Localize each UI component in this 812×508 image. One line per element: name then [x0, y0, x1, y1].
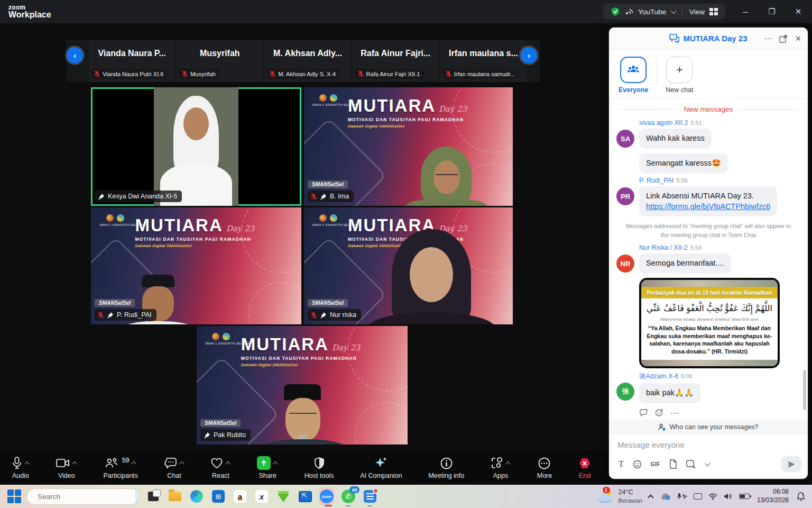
ai-companion-button[interactable]: AI Companion [360, 456, 402, 479]
participant-name-tag: B. Ima [308, 190, 354, 202]
search-input[interactable] [38, 493, 131, 501]
close-button[interactable]: ✕ [792, 7, 805, 16]
emoji-icon[interactable] [633, 460, 642, 469]
audio-button[interactable]: Audio [12, 456, 30, 479]
everyone-label: Everyone [619, 86, 648, 94]
chat-message-group: SA sivaa agstn XII.25:51 Wahh kak karess… [609, 115, 808, 173]
taskbar-search[interactable] [26, 488, 140, 505]
tab-everyone[interactable]: Everyone [619, 57, 648, 94]
who-can-see-row[interactable]: Who can see your messages? [609, 420, 808, 434]
tab-new-chat[interactable]: + New chat [666, 57, 693, 94]
notes-app-button[interactable] [363, 489, 377, 504]
weather-cloud-icon: 1 [598, 489, 614, 503]
message-more-icon[interactable]: ⋯ [670, 408, 679, 418]
touchpad-tray-icon[interactable] [694, 493, 702, 500]
apps-button[interactable]: Apps [491, 456, 511, 479]
amazon-app-button[interactable]: a [233, 489, 247, 504]
whatsapp-button[interactable]: ✆40 [341, 489, 356, 504]
weather-widget[interactable]: 1 24°C Berawan [598, 488, 642, 504]
chat-close-icon[interactable]: ✕ [795, 34, 801, 43]
screen-share-app-button[interactable] [298, 489, 312, 504]
pop-out-icon[interactable] [779, 35, 787, 43]
video-options-chevron[interactable] [72, 461, 77, 466]
message-author: Nur Riska / XII-2 [639, 244, 688, 251]
attendance-link[interactable]: https://forms.gle/bjVfpACTPhbjwfzc6 [646, 202, 770, 211]
react-button[interactable]: React [210, 456, 230, 479]
message-author: 张Adzam X-6 [639, 373, 678, 380]
more-button[interactable]: More [537, 456, 552, 479]
taskbar-clock[interactable]: 06:08 13/03/2026 [757, 488, 789, 504]
gif-icon[interactable]: GIF [651, 461, 660, 467]
participants-button[interactable]: 59 Participants [104, 456, 138, 479]
chat-scrollbar[interactable] [803, 370, 806, 410]
quote-reply-icon[interactable] [640, 409, 648, 417]
video-tile-rubito[interactable]: SMAN 1 SANGATTA SELATAN MUTIARADay 23 MO… [197, 326, 408, 444]
add-reaction-icon[interactable] [655, 409, 663, 417]
zoom-app-button[interactable]: zoom [319, 489, 334, 504]
previous-participants-button[interactable]: ‹ [67, 47, 83, 64]
search-highlight-image[interactable] [135, 490, 137, 503]
end-meeting-button[interactable]: End [578, 456, 591, 479]
doa-image-attachment[interactable]: Perbanyak doa ini di 10 hari terakhir Ra… [639, 278, 780, 368]
microsoft-store-button[interactable]: ⊞ [211, 489, 226, 504]
next-participants-button[interactable]: › [521, 47, 537, 64]
file-explorer-button[interactable] [168, 489, 182, 504]
strip-tile-musyrifah[interactable]: Musyrifah Musyrifah [177, 40, 263, 82]
start-button[interactable] [7, 489, 21, 503]
edge-browser-button[interactable] [189, 489, 204, 504]
task-view-button[interactable] [146, 489, 161, 504]
more-label: More [537, 472, 552, 479]
video-tile-kesya[interactable]: Kesya Dwi Ananda XI-5 [91, 87, 301, 206]
chat-options-chevron[interactable] [179, 461, 184, 466]
more-icon [538, 457, 550, 469]
attach-file-icon[interactable] [669, 459, 677, 469]
notification-bell-icon[interactable]: z [796, 492, 806, 501]
document-editor-button[interactable]: x [254, 489, 269, 504]
chat-more-options-icon[interactable]: ⋯ [764, 34, 772, 43]
message-input[interactable] [617, 440, 799, 449]
download-manager-button[interactable] [276, 489, 291, 504]
meeting-info-button[interactable]: Meeting info [428, 456, 464, 479]
minimize-button[interactable]: ─ [739, 7, 752, 16]
format-text-icon[interactable]: T [619, 459, 624, 469]
tray-overflow-chevron[interactable] [648, 494, 653, 500]
volume-icon[interactable] [724, 493, 733, 500]
share-options-chevron[interactable] [273, 461, 278, 466]
video-button[interactable]: Video [56, 456, 77, 479]
send-message-button[interactable] [781, 456, 801, 472]
participants-options-chevron[interactable] [131, 461, 136, 466]
video-tile-bima[interactable]: SMAN 1 SANGATTA SELATAN MUTIARADay 23 MO… [304, 87, 513, 206]
search-icon [33, 493, 33, 501]
participant-name-text: B. Ima [330, 193, 349, 200]
school-crest-logo [106, 214, 114, 222]
strip-tile-akhsan[interactable]: M. Akhsan Adly... M. Akhsan Adly S. X-4 [264, 40, 350, 82]
mic-location-tray-icon[interactable] [677, 493, 687, 501]
message-bubble: Link Absensi MUTIARA Day 23.https://form… [639, 186, 777, 216]
strip-tile-vianda[interactable]: Vianda Naura P... Vianda Naura Putri XI.… [89, 40, 175, 82]
onedrive-icon[interactable]: i [660, 493, 671, 500]
live-stream-pill[interactable]: YouTube View [603, 4, 725, 20]
share-button[interactable]: Share [257, 456, 278, 479]
view-button[interactable]: View [689, 8, 705, 16]
video-tile-rudi[interactable]: SMAN 1 SANGATTA SELATAN MUTIARADay 23 MO… [91, 207, 301, 324]
stream-service-label[interactable]: YouTube [638, 8, 666, 16]
strip-tile-irfan[interactable]: Irfan maulana s... Irfan maulana samudr.… [440, 40, 527, 82]
host-tools-button[interactable]: Host tools [304, 456, 334, 479]
mandala-ornament [355, 402, 408, 444]
info-icon [440, 457, 453, 469]
audio-options-chevron[interactable] [24, 461, 30, 466]
wifi-icon[interactable] [708, 493, 717, 500]
titlebar: zoom Workplace YouTube View ─ ❐ ✕ [0, 0, 812, 23]
screenshot-icon[interactable] [686, 460, 696, 469]
video-tile-nurriska[interactable]: SMAN 1 SANGATTA SELATAN MUTIARADay 23 MO… [304, 207, 513, 324]
composer-more-chevron[interactable] [705, 460, 710, 466]
maximize-button[interactable]: ❐ [765, 7, 778, 16]
avatar: SA [616, 130, 634, 148]
react-options-chevron[interactable] [225, 461, 230, 466]
chat-button[interactable]: Chat [164, 456, 184, 479]
battery-icon[interactable] [739, 494, 750, 499]
strip-tile-rafa[interactable]: Rafa Ainur Fajri... Rafa Ainur Fajri XII… [353, 40, 439, 82]
edge-icon [190, 490, 203, 503]
apps-options-chevron[interactable] [505, 461, 511, 466]
send-icon [787, 460, 796, 468]
